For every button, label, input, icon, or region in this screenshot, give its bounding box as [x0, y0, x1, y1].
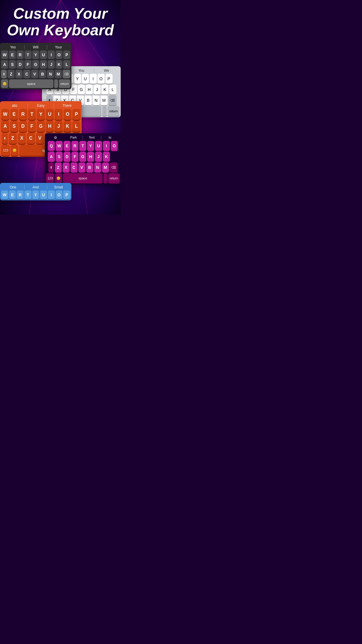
- lkey-n[interactable]: N: [93, 95, 100, 105]
- okey-i[interactable]: I: [55, 109, 63, 120]
- okey-y[interactable]: Y: [37, 109, 45, 120]
- bkey-u[interactable]: U: [40, 190, 47, 199]
- key-d[interactable]: D: [17, 60, 24, 69]
- pink-suggest-2[interactable]: Text: [83, 136, 101, 140]
- lkey-p[interactable]: P: [106, 74, 113, 84]
- pkey-shift[interactable]: ⬆: [48, 162, 54, 172]
- lkey-period[interactable]: .: [102, 106, 107, 116]
- lkey-k[interactable]: K: [101, 85, 108, 94]
- pink-suggest-3[interactable]: to: [101, 136, 119, 140]
- blue-suggest-3[interactable]: Small: [47, 185, 70, 189]
- okey-j[interactable]: J: [55, 121, 63, 132]
- key-v[interactable]: V: [31, 70, 38, 78]
- okey-f[interactable]: F: [28, 121, 36, 132]
- pkey-u[interactable]: U: [95, 141, 102, 151]
- key-c[interactable]: C: [23, 70, 30, 78]
- lkey-i[interactable]: I: [90, 74, 97, 84]
- key-o[interactable]: O: [56, 50, 63, 59]
- orange-suggest-1[interactable]: abc: [2, 104, 28, 108]
- pkey-c[interactable]: C: [71, 162, 78, 172]
- bkey-w[interactable]: W: [1, 190, 8, 199]
- key-i[interactable]: I: [48, 50, 55, 59]
- lkey-m[interactable]: M: [101, 95, 108, 105]
- pink-suggest-gear[interactable]: ⚙: [47, 136, 65, 140]
- lkey-j[interactable]: J: [94, 85, 101, 94]
- okey-s[interactable]: S: [10, 121, 18, 132]
- lkey-return[interactable]: return: [108, 106, 120, 116]
- okey-v[interactable]: V: [36, 133, 44, 144]
- orange-suggest-3[interactable]: There: [54, 104, 80, 108]
- key-f[interactable]: F: [24, 60, 31, 69]
- dark-suggest-2[interactable]: Will: [24, 45, 47, 49]
- lkey-backspace[interactable]: ⌫: [108, 95, 117, 105]
- pkey-e[interactable]: E: [64, 141, 71, 151]
- okey-w[interactable]: W: [1, 109, 9, 120]
- key-return[interactable]: return: [59, 79, 70, 88]
- pkey-space[interactable]: space: [63, 173, 103, 183]
- pkey-g[interactable]: G: [79, 152, 86, 162]
- pkey-i[interactable]: I: [103, 141, 110, 151]
- okey-k[interactable]: K: [64, 121, 72, 132]
- key-x[interactable]: X: [15, 70, 22, 78]
- key-w[interactable]: W: [1, 50, 8, 59]
- key-a[interactable]: A: [1, 60, 8, 69]
- lkey-b[interactable]: B: [85, 95, 92, 105]
- pkey-f[interactable]: F: [71, 152, 78, 162]
- key-m[interactable]: M: [55, 70, 62, 78]
- pkey-b[interactable]: B: [86, 162, 93, 172]
- key-u[interactable]: U: [40, 50, 47, 59]
- pkey-n[interactable]: N: [94, 162, 101, 172]
- key-h[interactable]: H: [40, 60, 47, 69]
- dark-suggest-1[interactable]: Yes: [2, 45, 24, 49]
- okey-z[interactable]: Z: [9, 133, 17, 144]
- light-suggest-3[interactable]: We: [94, 69, 119, 73]
- pkey-period[interactable]: .: [103, 173, 107, 183]
- okey-x[interactable]: X: [18, 133, 26, 144]
- pkey-d[interactable]: D: [64, 152, 71, 162]
- okey-emoji[interactable]: 😊: [11, 145, 18, 156]
- key-y[interactable]: Y: [32, 50, 39, 59]
- okey-d[interactable]: D: [19, 121, 27, 132]
- okey-shift[interactable]: ⬆: [2, 133, 8, 144]
- key-period[interactable]: .: [54, 79, 58, 88]
- pkey-a[interactable]: A: [48, 152, 55, 162]
- pkey-backspace[interactable]: ⌫: [110, 162, 117, 172]
- okey-e[interactable]: E: [10, 109, 18, 120]
- key-n[interactable]: N: [47, 70, 54, 78]
- pkey-w[interactable]: W: [56, 141, 63, 151]
- key-b[interactable]: B: [39, 70, 46, 78]
- dark-suggest-3[interactable]: Your: [47, 45, 70, 49]
- bkey-p[interactable]: P: [63, 190, 70, 199]
- bkey-t[interactable]: T: [24, 190, 31, 199]
- bkey-i[interactable]: I: [48, 190, 55, 199]
- blue-suggest-1[interactable]: One: [2, 185, 24, 189]
- okey-o[interactable]: O: [64, 109, 72, 120]
- okey-a[interactable]: A: [1, 121, 9, 132]
- okey-123[interactable]: 123: [1, 145, 10, 156]
- bkey-y[interactable]: Y: [32, 190, 39, 199]
- pkey-r[interactable]: R: [71, 141, 78, 151]
- key-s[interactable]: S: [9, 60, 16, 69]
- pkey-x[interactable]: X: [63, 162, 70, 172]
- okey-c[interactable]: C: [27, 133, 35, 144]
- lkey-g[interactable]: G: [78, 85, 85, 94]
- pkey-q[interactable]: Q: [48, 141, 55, 151]
- pkey-return[interactable]: return: [108, 173, 120, 183]
- pkey-y[interactable]: Y: [87, 141, 94, 151]
- okey-r[interactable]: R: [19, 109, 27, 120]
- key-g[interactable]: G: [32, 60, 39, 69]
- lkey-h[interactable]: H: [86, 85, 93, 94]
- pkey-h[interactable]: H: [87, 152, 94, 162]
- key-k[interactable]: K: [56, 60, 63, 69]
- lkey-y[interactable]: Y: [74, 74, 81, 84]
- okey-u[interactable]: U: [46, 109, 54, 120]
- okey-t[interactable]: T: [28, 109, 36, 120]
- key-j[interactable]: J: [48, 60, 55, 69]
- pkey-emoji[interactable]: 😊: [55, 173, 62, 183]
- pkey-v[interactable]: V: [78, 162, 85, 172]
- light-suggest-2[interactable]: You: [69, 69, 94, 73]
- key-shift[interactable]: ⬆: [1, 70, 7, 78]
- pkey-s[interactable]: S: [56, 152, 63, 162]
- lkey-o[interactable]: O: [98, 74, 105, 84]
- bkey-e[interactable]: E: [9, 190, 16, 199]
